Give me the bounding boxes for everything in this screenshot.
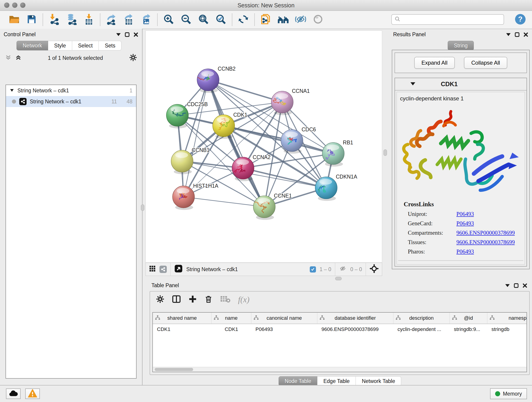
crosslink-link[interactable]: P06493	[456, 220, 474, 227]
network-app-icon[interactable]	[159, 266, 167, 273]
function-builder-icon[interactable]: f(x)	[238, 295, 249, 304]
export-table-button[interactable]	[120, 12, 138, 27]
close-panel-icon[interactable]	[133, 32, 138, 37]
export-image-button[interactable]	[138, 12, 155, 27]
save-session-button[interactable]	[23, 12, 40, 27]
network-node-CCNB2[interactable]: CCNB2	[197, 66, 235, 93]
minimize-window-button[interactable]	[12, 2, 17, 8]
open-network-in-browser-button[interactable]	[257, 12, 274, 27]
crosslink-link[interactable]: P06493	[456, 211, 474, 217]
network-edge[interactable]	[208, 80, 282, 102]
show-all-button[interactable]	[309, 12, 327, 27]
close-window-button[interactable]	[4, 2, 9, 8]
network-collection-row[interactable]: String Network – cdk1 1	[6, 85, 136, 96]
show-columns-icon[interactable]	[172, 295, 181, 304]
expand-all-networks-icon[interactable]	[15, 54, 22, 62]
table-cell[interactable]: 9606.ENSP00000378699	[317, 324, 393, 335]
delete-table-icon[interactable]	[220, 295, 230, 304]
network-edge[interactable]	[184, 80, 208, 197]
tab-network[interactable]: Network	[17, 41, 48, 51]
table-settings-gear-icon[interactable]	[156, 295, 164, 304]
table-cell[interactable]: stringdb:9...	[450, 324, 487, 335]
tab-edge-table[interactable]: Edge Table	[317, 376, 356, 386]
close-panel-icon[interactable]	[522, 283, 527, 288]
fit-content-crosshair-icon[interactable]	[370, 264, 379, 274]
maximize-panel-button[interactable]	[514, 283, 519, 288]
network-node-CDKN1A[interactable]: CDKN1A	[315, 174, 357, 201]
collapse-all-button[interactable]: Collapse All	[464, 57, 507, 69]
close-panel-icon[interactable]	[523, 32, 528, 37]
tab-string[interactable]: String	[448, 41, 474, 51]
network-view[interactable]: CCNB2CCNA1CDC25BCDK1CDC6RB1CCNB1CCNA2CDK…	[146, 31, 382, 263]
zoom-selected-button[interactable]	[212, 12, 230, 27]
crosslink-link[interactable]: P06493	[456, 249, 474, 255]
reset-home-button[interactable]	[274, 12, 292, 27]
hide-selected-button[interactable]	[292, 12, 309, 27]
float-panel-button[interactable]	[116, 32, 121, 36]
tab-style[interactable]: Style	[48, 41, 72, 51]
collapse-all-networks-icon[interactable]	[5, 54, 12, 62]
table-cell[interactable]: stringdb	[487, 324, 527, 335]
import-network-database-button[interactable]	[63, 12, 80, 27]
table-cell[interactable]: CDK1	[153, 324, 211, 335]
column-header-database-identifier[interactable]: database identifier	[317, 313, 393, 324]
column-header--id[interactable]: @id	[450, 313, 487, 324]
maximize-panel-button[interactable]	[515, 32, 520, 37]
table-cell[interactable]: cyclin-dependent ...	[393, 324, 450, 335]
column-header-name[interactable]: name	[211, 313, 251, 324]
import-network-file-button[interactable]	[45, 12, 63, 27]
network-node-CDC25B[interactable]: CDC25B	[166, 101, 208, 128]
network-options-gear-icon[interactable]	[129, 54, 137, 62]
left-splitter-handle[interactable]	[141, 204, 144, 211]
column-header-canonical-name[interactable]: canonical name	[251, 313, 317, 324]
memory-button[interactable]: Memory	[490, 388, 527, 399]
collapse-entry-caret-icon[interactable]	[410, 82, 416, 87]
cloud-status-button[interactable]	[6, 389, 21, 399]
network-edge[interactable]	[224, 126, 333, 153]
table-cell[interactable]: P06493	[251, 324, 317, 335]
tab-select[interactable]: Select	[72, 41, 99, 51]
network-node-CCNA1[interactable]: CCNA1	[271, 88, 310, 115]
maximize-panel-button[interactable]	[125, 32, 130, 37]
network-node-HIST1H1A[interactable]: HIST1H1A	[172, 183, 219, 210]
search-input[interactable]	[400, 16, 504, 23]
refresh-view-button[interactable]	[234, 12, 252, 27]
tab-sets[interactable]: Sets	[99, 41, 121, 51]
column-header-description[interactable]: description	[393, 313, 450, 324]
table-row[interactable]: CDK1CDK1P064939606.ENSP00000378699cyclin…	[153, 324, 526, 335]
horizontal-scrollbar[interactable]	[153, 367, 526, 372]
warnings-button[interactable]	[25, 389, 40, 399]
add-column-plus-icon[interactable]	[189, 295, 197, 304]
tab-node-table[interactable]: Node Table	[279, 376, 317, 386]
zoom-in-button[interactable]	[160, 12, 177, 27]
right-splitter-handle[interactable]	[384, 149, 387, 156]
crosslink-link[interactable]: 9606.ENSP00000378699	[456, 230, 515, 236]
column-header-namespace[interactable]: namespace	[487, 313, 527, 324]
network-edge[interactable]	[184, 197, 264, 207]
import-table-file-button[interactable]	[80, 12, 98, 27]
hidden-eye-slash-icon[interactable]	[339, 265, 347, 273]
delete-column-trash-icon[interactable]	[205, 295, 212, 304]
network-node-RB1[interactable]: RB1	[322, 140, 353, 167]
expand-all-button[interactable]: Expand All	[414, 57, 455, 69]
bottom-splitter-handle[interactable]	[335, 277, 342, 280]
search-box[interactable]	[391, 14, 504, 25]
help-button[interactable]: ?	[515, 13, 526, 26]
tab-network-table[interactable]: Network Table	[356, 376, 401, 386]
table-cell[interactable]: CDK1	[211, 324, 251, 335]
column-header-shared-name[interactable]: shared name	[153, 313, 211, 324]
open-session-button[interactable]	[6, 12, 23, 27]
maximize-window-button[interactable]	[20, 2, 25, 8]
network-row[interactable]: String Network – cdk1 11 48	[6, 96, 136, 107]
zoom-out-button[interactable]	[177, 12, 195, 27]
export-network-button[interactable]	[103, 12, 120, 27]
scrollbar-thumb[interactable]	[155, 368, 193, 371]
float-panel-button[interactable]	[505, 283, 510, 287]
expand-caret-icon[interactable]	[10, 88, 14, 94]
selected-checkbox-icon[interactable]	[310, 266, 316, 273]
grid-view-icon[interactable]	[149, 265, 156, 274]
float-panel-button[interactable]	[506, 32, 511, 36]
crosslink-link[interactable]: 9606.ENSP00000378699	[456, 239, 515, 245]
birdseye-view-icon[interactable]	[174, 264, 183, 274]
entry-header[interactable]: CDK1	[395, 78, 526, 90]
